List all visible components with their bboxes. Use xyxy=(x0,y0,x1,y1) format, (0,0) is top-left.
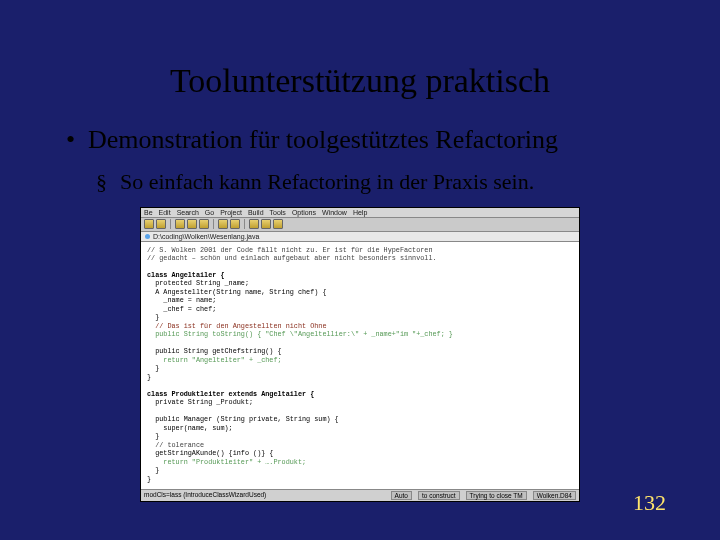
code-line: } xyxy=(147,475,151,483)
code-line: private String _Produkt; xyxy=(147,398,253,406)
code-line: return "Produktleiter" + ….Produkt; xyxy=(147,458,306,466)
code-line: } xyxy=(147,373,151,381)
ide-file-path: D:\coding\Wolken\Wesenlang.java xyxy=(153,233,259,240)
status-cell: Trying to close TM xyxy=(466,491,527,500)
toolbar-icon xyxy=(249,219,259,229)
code-line: class Angeltailer { xyxy=(147,271,225,279)
toolbar-icon xyxy=(230,219,240,229)
ide-file-tab: D:\coding\Wolken\Wesenlang.java xyxy=(141,232,579,242)
ide-menubar: Be Edit Search Go Project Build Tools Op… xyxy=(141,208,579,218)
toolbar-icon xyxy=(156,219,166,229)
code-line: class Produktleiter extends Angeltailer … xyxy=(147,390,314,398)
bullet-square-icon: § xyxy=(96,169,120,195)
menu-item: Search xyxy=(177,209,199,216)
menu-item: Project xyxy=(220,209,242,216)
toolbar-separator xyxy=(213,219,214,229)
toolbar-separator xyxy=(244,219,245,229)
toolbar-icon xyxy=(187,219,197,229)
toolbar-icon xyxy=(261,219,271,229)
code-line: _name = name; xyxy=(147,296,216,304)
bullet-l2-text: So einfach kann Refactoring in der Praxi… xyxy=(120,169,534,194)
toolbar-icon xyxy=(273,219,283,229)
toolbar-icon xyxy=(199,219,209,229)
bullet-dot-icon: • xyxy=(66,124,88,157)
code-line: A Angestellter(String name, String chef)… xyxy=(147,288,326,296)
code-line: } xyxy=(147,313,159,321)
code-line: // gedacht – schön und einlach aufgebaut… xyxy=(147,254,437,262)
menu-item: Options xyxy=(292,209,316,216)
code-line: public String toString() { "Chef \"Angel… xyxy=(147,330,453,338)
status-cell: Wolken.D84 xyxy=(533,491,576,500)
menu-item: Be xyxy=(144,209,153,216)
slide: { "title": "Toolunterstützung praktisch"… xyxy=(0,0,720,540)
ide-screenshot: Be Edit Search Go Project Build Tools Op… xyxy=(140,207,580,503)
code-line: super(name, sum); xyxy=(147,424,233,432)
file-icon xyxy=(145,234,150,239)
status-cell: Auto xyxy=(391,491,412,500)
ide-statusbar: modCls=lass (IntroduceClassWizardUsed) A… xyxy=(141,489,579,501)
bullet-l1-text: Demonstration für toolgestütztes Refacto… xyxy=(88,125,558,154)
code-line: } xyxy=(147,432,159,440)
code-line: getStringAKunde() {info ()} { xyxy=(147,449,273,457)
toolbar-icon xyxy=(144,219,154,229)
ide-toolbar xyxy=(141,218,579,232)
code-line: return "Angeltelter" + _chef; xyxy=(147,356,282,364)
status-left: modCls=lass (IntroduceClassWizardUsed) xyxy=(144,491,266,500)
code-line: } xyxy=(147,466,159,474)
code-line: } xyxy=(147,364,159,372)
bullet-level-2: §So einfach kann Refactoring in der Prax… xyxy=(0,169,720,195)
code-line: // Das ist für den Angestellten nicht Oh… xyxy=(147,322,326,330)
ide-editor: // S. Wolken 2001 der Code fällt nicht z… xyxy=(141,242,579,490)
page-number: 132 xyxy=(633,490,666,516)
status-cell: to construct xyxy=(418,491,460,500)
code-line: // tolerance xyxy=(147,441,204,449)
code-line: protected String _name; xyxy=(147,279,249,287)
code-line: // S. Wolken 2001 der Code fällt nicht z… xyxy=(147,246,433,254)
toolbar-separator xyxy=(170,219,171,229)
toolbar-icon xyxy=(218,219,228,229)
code-line: public Manager (String private, String s… xyxy=(147,415,339,423)
bullet-level-1: •Demonstration für toolgestütztes Refact… xyxy=(0,124,720,157)
code-line: public String getChefstring() { xyxy=(147,347,282,355)
menu-item: Window xyxy=(322,209,347,216)
code-line: _chef = chef; xyxy=(147,305,216,313)
menu-item: Tools xyxy=(270,209,286,216)
toolbar-icon xyxy=(175,219,185,229)
menu-item: Edit xyxy=(159,209,171,216)
slide-title: Toolunterstützung praktisch xyxy=(0,0,720,124)
menu-item: Help xyxy=(353,209,367,216)
menu-item: Build xyxy=(248,209,264,216)
menu-item: Go xyxy=(205,209,214,216)
